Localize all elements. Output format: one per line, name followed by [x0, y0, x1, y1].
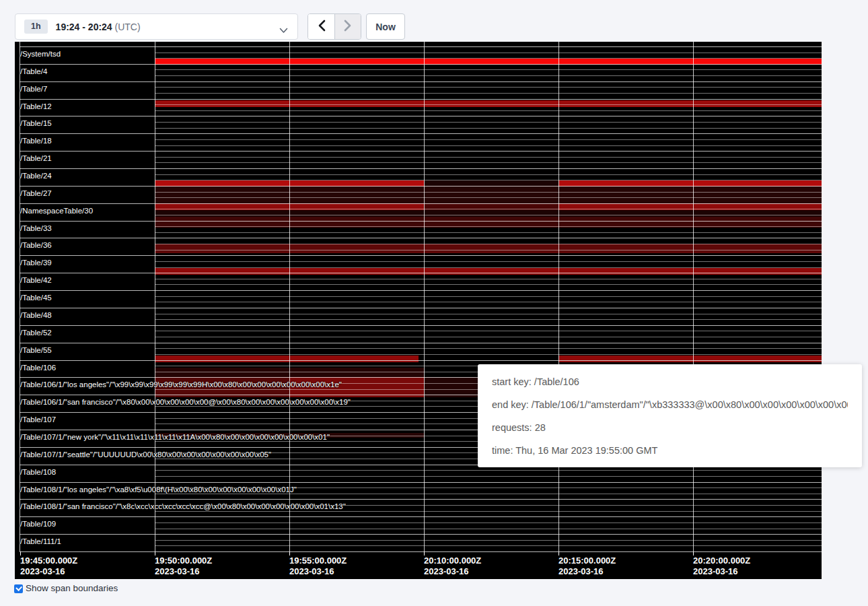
keyvisualizer-canvas[interactable]: /System/tsd/Table/4/Table/7/Table/12/Tab…: [15, 42, 822, 579]
axis-tick-time: 19:45:00.000Z: [20, 556, 77, 566]
chevron-right-icon: [343, 20, 353, 34]
axis-tick-date: 2023-03-16: [155, 566, 200, 576]
range-text: 19:24 - 20:24 (UTC): [56, 22, 141, 32]
chevron-left-icon: [317, 20, 326, 34]
range-nav-group: [308, 13, 361, 40]
axis-tick-date: 2023-03-16: [289, 566, 334, 576]
axis-tick-time: 20:10:00.000Z: [424, 556, 481, 566]
range-timezone: (UTC): [115, 22, 141, 32]
axis-tick-time: 20:15:00.000Z: [558, 556, 616, 566]
axis-tick-date: 2023-03-16: [693, 566, 738, 576]
show-span-boundaries-label: Show span boundaries: [26, 584, 118, 593]
prev-range-button[interactable]: [308, 14, 334, 39]
tooltip-start-key: start key: /Table/106: [492, 370, 848, 393]
time-range-selector[interactable]: 1h 19:24 - 20:24 (UTC): [15, 13, 298, 40]
show-span-boundaries-row: Show span boundaries: [14, 584, 118, 593]
axis-tick-date: 2023-03-16: [20, 566, 65, 576]
axis-tick-time: 20:20:00.000Z: [693, 556, 750, 566]
time-axis: 19:45:00.000Z2023-03-1619:50:00.000Z2023…: [15, 42, 822, 579]
axis-tick-time: 19:50:00.000Z: [155, 556, 212, 566]
axis-tick-date: 2023-03-16: [558, 566, 604, 576]
axis-tick-date: 2023-03-16: [424, 566, 469, 576]
now-button[interactable]: Now: [366, 13, 405, 40]
axis-tick-time: 19:55:00.000Z: [289, 556, 347, 566]
next-range-button[interactable]: [334, 14, 361, 39]
chevron-down-icon: [279, 24, 288, 36]
hover-tooltip: start key: /Table/106 end key: /Table/10…: [478, 364, 862, 467]
tooltip-end-key: end key: /Table/106/1/"amsterdam"/"\xb33…: [492, 393, 848, 416]
tooltip-time: time: Thu, 16 Mar 2023 19:55:00 GMT: [492, 439, 848, 462]
page: { "toolbar": { "range_badge": "1h", "ran…: [0, 0, 868, 606]
tooltip-requests: requests: 28: [492, 416, 848, 439]
show-span-boundaries-checkbox[interactable]: [14, 584, 23, 593]
range-interval: 19:24 - 20:24: [56, 22, 112, 32]
range-duration-badge: 1h: [24, 20, 48, 34]
